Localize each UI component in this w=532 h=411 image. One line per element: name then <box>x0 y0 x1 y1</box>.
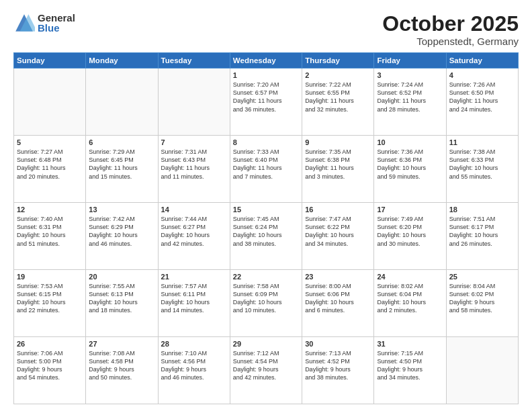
day-number: 8 <box>233 138 299 146</box>
day-info: Sunrise: 7:27 AM Sunset: 6:48 PM Dayligh… <box>17 148 83 181</box>
logo-icon <box>13 12 35 34</box>
calendar-cell <box>14 68 86 136</box>
calendar-cell: 12Sunrise: 7:40 AM Sunset: 6:31 PM Dayli… <box>14 203 86 270</box>
day-info: Sunrise: 7:15 AM Sunset: 4:50 PM Dayligh… <box>377 349 443 382</box>
day-info: Sunrise: 7:42 AM Sunset: 6:29 PM Dayligh… <box>89 215 154 248</box>
calendar-cell: 19Sunrise: 7:53 AM Sunset: 6:15 PM Dayli… <box>14 270 86 337</box>
calendar-cell: 26Sunrise: 7:06 AM Sunset: 5:00 PM Dayli… <box>14 337 86 404</box>
title-block: October 2025 Toppenstedt, Germany <box>382 12 519 47</box>
calendar-cell: 1Sunrise: 7:20 AM Sunset: 6:57 PM Daylig… <box>230 68 302 136</box>
day-info: Sunrise: 7:10 AM Sunset: 4:56 PM Dayligh… <box>161 349 227 382</box>
calendar-body: 1Sunrise: 7:20 AM Sunset: 6:57 PM Daylig… <box>14 68 519 404</box>
calendar-cell: 8Sunrise: 7:33 AM Sunset: 6:40 PM Daylig… <box>230 136 302 203</box>
weekday-header-row: SundayMondayTuesdayWednesdayThursdayFrid… <box>14 53 519 68</box>
day-number: 6 <box>89 138 154 146</box>
day-number: 1 <box>233 71 299 79</box>
week-row-2: 5Sunrise: 7:27 AM Sunset: 6:48 PM Daylig… <box>14 136 519 203</box>
day-number: 23 <box>305 273 371 281</box>
calendar-cell <box>446 337 518 404</box>
weekday-header-saturday: Saturday <box>446 53 518 68</box>
day-number: 28 <box>161 340 227 348</box>
weekday-header-tuesday: Tuesday <box>158 53 230 68</box>
week-row-1: 1Sunrise: 7:20 AM Sunset: 6:57 PM Daylig… <box>14 68 519 136</box>
calendar-table: SundayMondayTuesdayWednesdayThursdayFrid… <box>13 52 519 404</box>
day-number: 30 <box>305 340 371 348</box>
calendar-cell: 23Sunrise: 8:00 AM Sunset: 6:06 PM Dayli… <box>302 270 374 337</box>
day-info: Sunrise: 7:06 AM Sunset: 5:00 PM Dayligh… <box>17 349 83 382</box>
day-number: 14 <box>161 205 227 214</box>
day-info: Sunrise: 7:55 AM Sunset: 6:13 PM Dayligh… <box>89 282 154 315</box>
calendar-cell: 31Sunrise: 7:15 AM Sunset: 4:50 PM Dayli… <box>374 337 446 404</box>
day-info: Sunrise: 7:29 AM Sunset: 6:45 PM Dayligh… <box>89 148 154 181</box>
weekday-header-monday: Monday <box>86 53 158 68</box>
day-number: 12 <box>17 205 83 214</box>
day-info: Sunrise: 7:44 AM Sunset: 6:27 PM Dayligh… <box>161 215 227 248</box>
calendar-cell: 9Sunrise: 7:35 AM Sunset: 6:38 PM Daylig… <box>302 136 374 203</box>
weekday-header-wednesday: Wednesday <box>230 53 302 68</box>
calendar-cell: 25Sunrise: 8:04 AM Sunset: 6:02 PM Dayli… <box>446 270 518 337</box>
logo-general-label: General <box>38 13 75 23</box>
day-number: 25 <box>449 273 515 281</box>
calendar-cell: 11Sunrise: 7:38 AM Sunset: 6:33 PM Dayli… <box>446 136 518 203</box>
calendar-cell: 30Sunrise: 7:13 AM Sunset: 4:52 PM Dayli… <box>302 337 374 404</box>
calendar-cell: 2Sunrise: 7:22 AM Sunset: 6:55 PM Daylig… <box>302 68 374 136</box>
day-number: 10 <box>377 138 443 146</box>
day-info: Sunrise: 7:08 AM Sunset: 4:58 PM Dayligh… <box>89 349 154 382</box>
calendar-cell: 27Sunrise: 7:08 AM Sunset: 4:58 PM Dayli… <box>86 337 158 404</box>
calendar-cell <box>86 68 158 136</box>
day-info: Sunrise: 8:00 AM Sunset: 6:06 PM Dayligh… <box>305 282 371 315</box>
day-info: Sunrise: 8:02 AM Sunset: 6:04 PM Dayligh… <box>377 282 443 315</box>
weekday-header-thursday: Thursday <box>302 53 374 68</box>
day-info: Sunrise: 7:33 AM Sunset: 6:40 PM Dayligh… <box>233 148 299 181</box>
header: General Blue October 2025 Toppenstedt, G… <box>13 12 519 47</box>
calendar-cell: 29Sunrise: 7:12 AM Sunset: 4:54 PM Dayli… <box>230 337 302 404</box>
day-number: 4 <box>449 71 515 79</box>
day-number: 24 <box>377 273 443 281</box>
day-info: Sunrise: 7:20 AM Sunset: 6:57 PM Dayligh… <box>233 81 299 113</box>
day-number: 22 <box>233 273 299 281</box>
day-number: 29 <box>233 340 299 348</box>
calendar-cell: 22Sunrise: 7:58 AM Sunset: 6:09 PM Dayli… <box>230 270 302 337</box>
day-info: Sunrise: 7:12 AM Sunset: 4:54 PM Dayligh… <box>233 349 299 382</box>
day-number: 15 <box>233 205 299 214</box>
logo-text: General Blue <box>38 13 75 33</box>
day-info: Sunrise: 7:31 AM Sunset: 6:43 PM Dayligh… <box>161 148 227 181</box>
day-number: 7 <box>161 138 227 146</box>
day-info: Sunrise: 7:24 AM Sunset: 6:52 PM Dayligh… <box>377 81 443 113</box>
logo-blue-label: Blue <box>38 23 75 33</box>
day-info: Sunrise: 7:35 AM Sunset: 6:38 PM Dayligh… <box>305 148 371 181</box>
day-info: Sunrise: 8:04 AM Sunset: 6:02 PM Dayligh… <box>449 282 515 315</box>
day-number: 18 <box>449 205 515 214</box>
day-number: 9 <box>305 138 371 146</box>
day-number: 5 <box>17 138 83 146</box>
calendar-cell <box>158 68 230 136</box>
day-number: 17 <box>377 205 443 214</box>
calendar-cell: 17Sunrise: 7:49 AM Sunset: 6:20 PM Dayli… <box>374 203 446 270</box>
day-info: Sunrise: 7:13 AM Sunset: 4:52 PM Dayligh… <box>305 349 371 382</box>
calendar-cell: 6Sunrise: 7:29 AM Sunset: 6:45 PM Daylig… <box>86 136 158 203</box>
day-number: 3 <box>377 71 443 79</box>
calendar-cell: 15Sunrise: 7:45 AM Sunset: 6:24 PM Dayli… <box>230 203 302 270</box>
calendar-cell: 13Sunrise: 7:42 AM Sunset: 6:29 PM Dayli… <box>86 203 158 270</box>
day-info: Sunrise: 7:53 AM Sunset: 6:15 PM Dayligh… <box>17 282 83 315</box>
logo: General Blue <box>13 12 75 34</box>
calendar-cell: 20Sunrise: 7:55 AM Sunset: 6:13 PM Dayli… <box>86 270 158 337</box>
calendar-cell: 7Sunrise: 7:31 AM Sunset: 6:43 PM Daylig… <box>158 136 230 203</box>
calendar-cell: 21Sunrise: 7:57 AM Sunset: 6:11 PM Dayli… <box>158 270 230 337</box>
page: General Blue October 2025 Toppenstedt, G… <box>0 0 532 411</box>
day-info: Sunrise: 7:36 AM Sunset: 6:36 PM Dayligh… <box>377 148 443 181</box>
day-number: 20 <box>89 273 154 281</box>
day-number: 11 <box>449 138 515 146</box>
week-row-3: 12Sunrise: 7:40 AM Sunset: 6:31 PM Dayli… <box>14 203 519 270</box>
calendar-cell: 24Sunrise: 8:02 AM Sunset: 6:04 PM Dayli… <box>374 270 446 337</box>
calendar-cell: 16Sunrise: 7:47 AM Sunset: 6:22 PM Dayli… <box>302 203 374 270</box>
day-info: Sunrise: 7:40 AM Sunset: 6:31 PM Dayligh… <box>17 215 83 248</box>
week-row-4: 19Sunrise: 7:53 AM Sunset: 6:15 PM Dayli… <box>14 270 519 337</box>
calendar-cell: 3Sunrise: 7:24 AM Sunset: 6:52 PM Daylig… <box>374 68 446 136</box>
calendar-cell: 14Sunrise: 7:44 AM Sunset: 6:27 PM Dayli… <box>158 203 230 270</box>
weekday-header-friday: Friday <box>374 53 446 68</box>
day-info: Sunrise: 7:22 AM Sunset: 6:55 PM Dayligh… <box>305 81 371 113</box>
day-number: 19 <box>17 273 83 281</box>
day-number: 2 <box>305 71 371 79</box>
calendar-header: SundayMondayTuesdayWednesdayThursdayFrid… <box>14 53 519 68</box>
